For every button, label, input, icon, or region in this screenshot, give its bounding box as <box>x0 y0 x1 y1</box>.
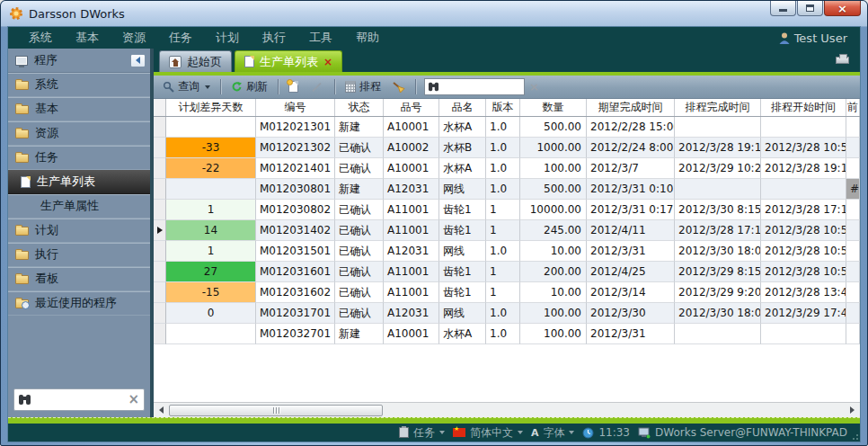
sidebar-item-label: 看板 <box>35 271 58 287</box>
column-header[interactable]: 期望完成时间 <box>587 99 675 116</box>
column-header[interactable]: 数量 <box>520 99 587 116</box>
scroll-right-button[interactable] <box>845 403 860 417</box>
row-selector-cell <box>154 282 166 303</box>
table-row[interactable]: 14M012031402已确认A11001齿轮11245.002012/4/11… <box>154 220 860 241</box>
cell-qty: 500.00 <box>520 117 587 138</box>
menu-item[interactable]: 基本 <box>64 30 111 46</box>
sidebar-item[interactable]: 系统 <box>8 73 150 97</box>
clear-search-icon[interactable]: × <box>529 81 539 93</box>
cell-sched_start: 2012/3/28 10:52 <box>761 262 846 282</box>
column-header[interactable]: 计划差异天数 <box>166 99 256 116</box>
data-grid: 计划差异天数编号状态品号品名版本数量期望完成时间排程完成时间排程开始时间前 M0… <box>154 99 860 402</box>
edit-button[interactable] <box>306 85 328 90</box>
new-button[interactable] <box>285 79 302 94</box>
sidebar-item[interactable]: 资源 <box>8 121 150 146</box>
cell-order_no: M012031602 <box>256 282 335 303</box>
sidebar-item[interactable]: 看板 <box>8 267 150 291</box>
schedule-button[interactable]: 排程 <box>341 77 385 96</box>
cell-extra <box>846 303 860 324</box>
sidebar-search-box[interactable]: × <box>13 388 145 411</box>
sidebar-collapse-button[interactable] <box>130 54 146 67</box>
table-row[interactable]: M012021301新建A10001水杯A1.0500.002012/2/28 … <box>154 117 860 138</box>
scroll-left-button[interactable] <box>154 403 169 417</box>
cell-item_name: 水杯A <box>439 324 486 344</box>
menu-item[interactable]: 系统 <box>17 30 64 46</box>
printer-icon[interactable] <box>836 57 849 64</box>
sidebar-item[interactable]: 基本 <box>8 97 150 121</box>
main-panel: 起始页 生产单列表 × <box>154 49 860 417</box>
tab-production-order-list[interactable]: 生产单列表 × <box>235 50 342 72</box>
sidebar-item[interactable]: 生产单列表 <box>8 170 150 194</box>
sidebar-item-label: 计划 <box>35 222 58 238</box>
server-indicator: DWorks Server@FUNWAY-THINKPAD <box>638 426 847 439</box>
toolbar-search-input[interactable] <box>439 82 521 93</box>
cell-qty: 10.00 <box>520 282 587 303</box>
refresh-label: 刷新 <box>246 79 268 94</box>
table-row[interactable]: -33M012021302已确认A10002水杯B1.01000.002012/… <box>154 138 860 158</box>
table-row[interactable]: -22M012021401已确认A10001水杯A1.0100.002012/3… <box>154 158 860 179</box>
language-menu[interactable]: 简体中文 <box>453 425 523 441</box>
cell-sched_end <box>675 179 761 200</box>
menu-item[interactable]: 工具 <box>297 30 344 46</box>
menu-item[interactable]: 资源 <box>111 30 157 46</box>
table-row[interactable]: 0M012031701已确认A12031网线1.0100.002012/3/30… <box>154 303 860 324</box>
sidebar-item[interactable]: 最近使用的程序 <box>8 291 150 316</box>
sidebar-item[interactable]: 执行 <box>8 243 150 267</box>
table-row[interactable]: M012030801新建A12031网线1.0500.002012/3/31 0… <box>154 179 860 200</box>
cell-sched_end <box>675 324 761 344</box>
menu-item[interactable]: 计划 <box>204 30 251 46</box>
column-header[interactable]: 版本 <box>486 99 520 116</box>
table-row[interactable]: M012032701新建A10001水杯A1.0100.002012/3/31 <box>154 324 860 344</box>
clear-icon[interactable]: × <box>128 394 139 406</box>
column-header[interactable]: 前 <box>846 99 860 116</box>
table-row[interactable]: 1M012030802已确认A11001齿轮1110000.002012/3/3… <box>154 200 860 220</box>
table-row[interactable]: -15M012031602已确认A11001齿轮1110.002012/3/14… <box>154 282 860 303</box>
user-indicator[interactable]: Test User <box>779 31 851 45</box>
scrollbar-thumb[interactable] <box>169 405 383 416</box>
sidebar: 程序 系统基本资源任务生产单列表生产单属性计划执行看板最近使用的程序 × <box>8 49 150 417</box>
column-header[interactable]: 编号 <box>256 99 335 116</box>
column-header[interactable]: 排程完成时间 <box>675 99 761 116</box>
cell-order_no: M012021302 <box>256 138 335 158</box>
resize-grip[interactable] <box>851 433 858 440</box>
menu-item[interactable]: 任务 <box>157 30 204 46</box>
current-row-arrow-icon <box>157 227 163 234</box>
sidebar-item[interactable]: 生产单属性 <box>8 194 150 219</box>
column-header[interactable]: 状态 <box>335 99 384 116</box>
sidebar-item[interactable]: 任务 <box>8 146 150 170</box>
cell-diff: 14 <box>166 220 256 241</box>
cell-extra <box>846 262 860 282</box>
cell-order_no: M012030802 <box>256 200 335 220</box>
bottom-splitter[interactable] <box>8 417 860 424</box>
cell-due_time: 2012/3/31 0:17 <box>587 200 675 220</box>
close-button[interactable]: × <box>824 1 861 16</box>
column-header[interactable]: 排程开始时间 <box>761 99 846 116</box>
selector-column-header[interactable] <box>154 99 166 116</box>
menu-item[interactable]: 执行 <box>251 30 297 46</box>
binoculars-icon <box>429 83 438 91</box>
tab-label: 生产单列表 <box>260 54 318 70</box>
cell-qty: 100.00 <box>520 158 587 179</box>
cell-sched_end: 2012/3/30 18:00 <box>675 241 761 262</box>
clean-button[interactable] <box>388 79 409 95</box>
table-row[interactable]: 27M012031601已确认A11001齿轮11200.002012/4/25… <box>154 262 860 282</box>
table-row[interactable]: 1M012031501已确认A12031网线1.010.002012/3/312… <box>154 241 860 262</box>
refresh-button[interactable]: 刷新 <box>227 77 271 96</box>
font-menu[interactable]: A 字体 <box>531 425 575 441</box>
title-bar[interactable]: Darsson DWorks × <box>1 1 867 27</box>
tab-start-page[interactable]: 起始页 <box>159 50 232 72</box>
maximize-button[interactable] <box>797 1 823 16</box>
toolbar-search-box[interactable] <box>424 78 525 95</box>
sidebar-item[interactable]: 计划 <box>8 219 150 243</box>
task-icon <box>399 427 409 438</box>
tab-close-icon[interactable]: × <box>323 57 332 67</box>
column-header[interactable]: 品名 <box>439 99 486 116</box>
column-header[interactable]: 品号 <box>384 99 439 116</box>
query-button[interactable]: 查询 <box>159 77 214 96</box>
task-menu[interactable]: 任务 <box>399 425 445 441</box>
sidebar-search-input[interactable] <box>31 394 128 406</box>
minimize-button[interactable] <box>770 1 796 16</box>
cell-status: 新建 <box>335 179 384 200</box>
menu-item[interactable]: 帮助 <box>344 30 391 46</box>
cell-sched_start <box>761 117 846 138</box>
